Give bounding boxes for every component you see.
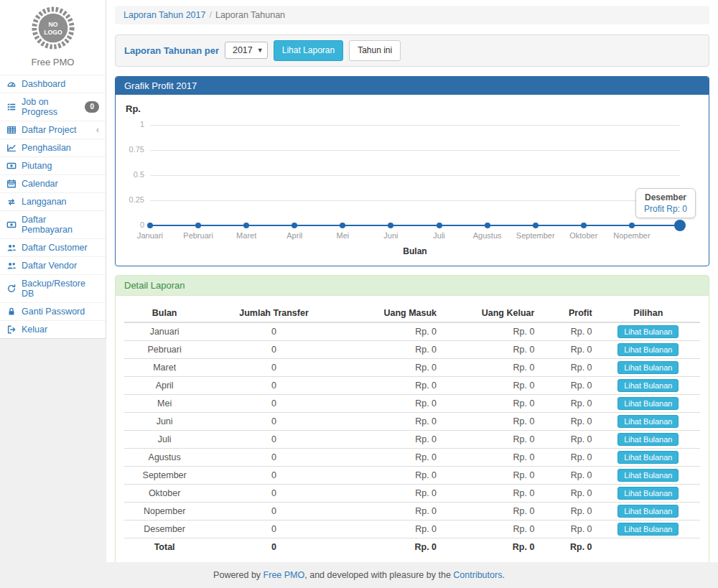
main-layout: NO LOGO Free PMO DashboardJob on Progres… [0, 0, 718, 562]
cell-bulan: Total [124, 538, 205, 555]
sidebar-item-label: Keluar [22, 325, 47, 335]
cell-uang-masuk: Rp. 0 [343, 412, 441, 430]
table-row: Nopember0Rp. 0Rp. 0Rp. 0Lihat Bulanan [124, 502, 700, 520]
cell-profit: Rp. 0 [538, 448, 596, 466]
sidebar-item-label: Piutang [22, 161, 52, 171]
cell-pilihan: Lihat Bulanan [597, 358, 700, 376]
sidebar-item-piutang[interactable]: Piutang [0, 157, 106, 174]
data-point-desember[interactable] [674, 220, 686, 231]
sidebar-item-ganti-password[interactable]: Ganti Password [0, 302, 106, 320]
table-row: Agustus0Rp. 0Rp. 0Rp. 0Lihat Bulanan [124, 448, 700, 466]
sidebar-item-daftar-customer[interactable]: Daftar Customer [0, 238, 106, 256]
footer-text-prefix: Powered by [213, 570, 263, 580]
sidebar-item-daftar-pembayaran[interactable]: Daftar Pembayaran [0, 210, 106, 238]
chart-y-axis-label: Rp. [126, 103, 141, 114]
sidebar-item-dashboard[interactable]: Dashboard [0, 75, 106, 93]
cell-uang-masuk: Rp. 0 [343, 430, 441, 448]
sidebar-item-penghasilan[interactable]: Penghasilan [0, 139, 106, 157]
sidebar-item-langganan[interactable]: Langganan [0, 192, 106, 210]
cell-jumlah-transfer: 0 [205, 358, 342, 376]
cell-bulan: September [124, 466, 205, 484]
table-row: Desember0Rp. 0Rp. 0Rp. 0Lihat Bulanan [124, 520, 700, 538]
lihat-bulanan-button[interactable]: Lihat Bulanan [617, 379, 679, 392]
lihat-bulanan-button[interactable]: Lihat Bulanan [617, 433, 679, 446]
cell-uang-masuk: Rp. 0 [343, 340, 441, 358]
detail-panel-title: Detail Laporan [116, 276, 709, 296]
table-row: Juni0Rp. 0Rp. 0Rp. 0Lihat Bulanan [124, 412, 700, 430]
cell-uang-keluar: Rp. 0 [441, 466, 538, 484]
lihat-bulanan-button[interactable]: Lihat Bulanan [617, 451, 679, 464]
cell-uang-masuk: Rp. 0 [343, 322, 441, 341]
cell-jumlah-transfer: 0 [205, 538, 342, 555]
data-point-maret[interactable] [243, 223, 249, 228]
data-point-september[interactable] [533, 223, 538, 228]
data-point-nopember[interactable] [629, 223, 635, 228]
lihat-bulanan-button[interactable]: Lihat Bulanan [617, 361, 679, 374]
cell-uang-keluar: Rp. 0 [441, 358, 538, 376]
data-point-oktober[interactable] [581, 223, 587, 228]
data-point-pebruari[interactable] [195, 223, 201, 228]
chart-tooltip-title: Desember [644, 192, 687, 202]
lihat-bulanan-button[interactable]: Lihat Bulanan [617, 505, 679, 518]
sidebar-item-calendar[interactable]: Calendar [0, 174, 106, 192]
lihat-bulanan-button[interactable]: Lihat Bulanan [617, 343, 679, 356]
cell-profit: Rp. 0 [538, 358, 596, 376]
data-point-mei[interactable] [340, 223, 345, 228]
cell-jumlah-transfer: 0 [205, 412, 342, 430]
cell-bulan: Pebruari [124, 340, 205, 358]
cell-pilihan: Lihat Bulanan [597, 340, 700, 358]
laporan-table: BulanJumlah TransferUang MasukUang Kelua… [124, 304, 700, 556]
cell-pilihan: Lihat Bulanan [597, 376, 700, 394]
lihat-bulanan-button[interactable]: Lihat Bulanan [617, 397, 679, 410]
sidebar-item-job-on-progress[interactable]: Job on Progress0 [0, 93, 106, 121]
table-icon [6, 125, 17, 135]
data-point-januari[interactable] [147, 223, 153, 228]
lihat-bulanan-button[interactable]: Lihat Bulanan [617, 415, 679, 428]
chart-tooltip-value: Profit Rp: 0 [644, 204, 687, 214]
lihat-bulanan-button[interactable]: Lihat Bulanan [617, 325, 679, 338]
sidebar-card: NO LOGO Free PMO DashboardJob on Progres… [0, 0, 106, 339]
cell-uang-keluar: Rp. 0 [441, 376, 538, 394]
content-area: Laporan Tahun 2017/Laporan Tahunan Lapor… [106, 0, 718, 562]
data-point-agustus[interactable] [485, 223, 490, 228]
cell-bulan: Juni [124, 412, 205, 430]
calendar-icon [6, 179, 17, 189]
cell-uang-masuk: Rp. 0 [343, 448, 441, 466]
cell-uang-keluar: Rp. 0 [441, 412, 538, 430]
filter-bar: Laporan Tahunan per 2017 ▼ Lihat Laporan… [115, 34, 709, 67]
column-header-profit: Profit [538, 304, 596, 322]
cell-uang-masuk: Rp. 0 [343, 484, 441, 502]
footer-text-middle: , and developed with pleasure by the [304, 570, 453, 580]
cell-pilihan: Lihat Bulanan [597, 394, 700, 412]
sidebar-item-label: Langganan [22, 197, 67, 207]
sidebar-item-keluar[interactable]: Keluar [0, 320, 106, 338]
lihat-bulanan-button[interactable]: Lihat Bulanan [617, 487, 679, 500]
refresh-icon [6, 284, 17, 294]
sidebar-item-label: Ganti Password [22, 307, 85, 317]
cell-profit: Rp. 0 [538, 430, 596, 448]
lihat-bulanan-button[interactable]: Lihat Bulanan [617, 469, 679, 482]
sidebar-item-backup-restore-db[interactable]: Backup/Restore DB [0, 274, 106, 302]
breadcrumb-link[interactable]: Laporan Tahun 2017 [123, 10, 205, 20]
cell-uang-masuk: Rp. 0 [343, 502, 441, 520]
chart-tooltip: Desember Profit Rp: 0 [635, 188, 696, 218]
lihat-laporan-button[interactable]: Lihat Laporan [274, 40, 343, 61]
chart-x-axis-label: Bulan [403, 246, 426, 256]
cell-profit: Rp. 0 [538, 322, 596, 341]
cell-uang-masuk: Rp. 0 [343, 538, 441, 555]
data-point-juni[interactable] [388, 223, 393, 228]
tahun-ini-button[interactable]: Tahun ini [349, 40, 401, 61]
data-point-juli[interactable] [437, 223, 442, 228]
lihat-bulanan-button[interactable]: Lihat Bulanan [617, 523, 679, 536]
cell-bulan: Nopember [124, 502, 205, 520]
table-row: April0Rp. 0Rp. 0Rp. 0Lihat Bulanan [124, 376, 700, 394]
cell-jumlah-transfer: 0 [205, 502, 342, 520]
footer-brand-link[interactable]: Free PMO [264, 570, 305, 580]
footer-contributors-link[interactable]: Contributors [453, 570, 502, 580]
sidebar-item-daftar-project[interactable]: Daftar Project‹ [0, 121, 106, 139]
year-select[interactable]: 2017 ▼ [225, 42, 268, 59]
sidebar-item-daftar-vendor[interactable]: Daftar Vendor [0, 256, 106, 274]
cell-jumlah-transfer: 0 [205, 520, 342, 538]
table-header-row: BulanJumlah TransferUang MasukUang Kelua… [124, 304, 700, 322]
data-point-april[interactable] [292, 223, 297, 228]
